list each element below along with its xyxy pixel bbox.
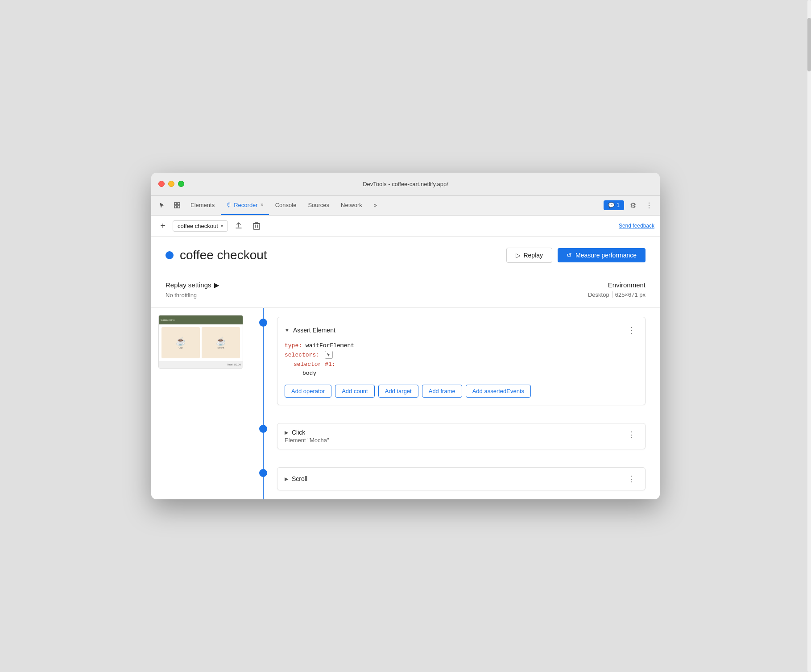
click-step-kebab-menu[interactable]: ⋮ — [625, 429, 638, 440]
title-bar: DevTools - coffee-cart.netlify.app/ — [151, 173, 660, 196]
step-code: type: waitForElement selectors: select — [285, 341, 638, 378]
replay-play-icon: ▷ — [516, 252, 521, 259]
selector-picker-icon[interactable] — [325, 351, 333, 359]
add-asserted-events-button[interactable]: Add assertedEvents — [466, 385, 531, 398]
add-count-button[interactable]: Add count — [335, 385, 375, 398]
close-button[interactable] — [158, 181, 165, 187]
send-feedback-link[interactable]: Send feedback — [619, 223, 654, 229]
export-button[interactable] — [232, 219, 246, 233]
tab-console-label: Console — [275, 202, 297, 208]
replay-settings-title: Replay settings ▶ — [166, 281, 219, 289]
measure-icon: ↺ — [567, 252, 572, 259]
replay-button[interactable]: ▷ Replay — [506, 248, 552, 263]
step-dot-scroll — [259, 469, 267, 477]
env-divider — [612, 291, 612, 298]
selector-val-line: body — [302, 369, 638, 378]
steps-timeline: ▼ Assert Element ⋮ type: waitForElement — [249, 308, 660, 499]
maximize-button[interactable] — [178, 181, 184, 187]
throttling-label: No throttling — [166, 292, 219, 299]
tab-elements[interactable]: Elements — [185, 195, 220, 215]
tabs-right-actions: 💬 1 ⚙ ⋮ — [604, 198, 656, 212]
step-title: ▼ Assert Element — [285, 327, 335, 334]
add-frame-button[interactable]: Add frame — [422, 385, 462, 398]
scroll-step: ▶ Scroll ⋮ — [249, 458, 660, 499]
environment-value: Desktop 625×671 px — [588, 291, 645, 298]
scroll-step-kebab-menu[interactable]: ⋮ — [625, 473, 638, 485]
svg-rect-3 — [178, 206, 180, 208]
comments-count: 1 — [617, 202, 620, 208]
measure-label: Measure performance — [575, 252, 637, 259]
tab-more[interactable]: » — [368, 195, 382, 215]
delete-button[interactable] — [249, 219, 264, 233]
kebab-menu-icon[interactable]: ⋮ — [642, 198, 656, 212]
scroll-step-card: ▶ Scroll ⋮ — [277, 467, 645, 490]
recording-name: coffee checkout — [180, 248, 267, 262]
step-kebab-menu[interactable]: ⋮ — [625, 324, 638, 336]
svg-rect-4 — [253, 224, 260, 229]
cursor-icon[interactable] — [155, 198, 169, 212]
steps-area: Cappuccino ☕ Cap ☕ Mocha — [151, 308, 660, 499]
tab-recorder[interactable]: 🎙 Recorder × — [221, 195, 269, 215]
close-tab-icon[interactable]: × — [261, 202, 264, 208]
assert-element-step: ▼ Assert Element ⋮ type: waitForElement — [249, 308, 660, 414]
recording-selector-dropdown[interactable]: coffee checkout ▾ — [173, 220, 228, 232]
click-step-info: ▶ Click Element "Mocha" — [285, 429, 329, 444]
click-step: ▶ Click Element "Mocha" ⋮ — [249, 414, 660, 458]
click-collapse-icon[interactable]: ▶ — [285, 430, 288, 436]
click-step-card: ▶ Click Element "Mocha" ⋮ — [277, 423, 645, 449]
minimize-button[interactable] — [168, 181, 174, 187]
tab-console[interactable]: Console — [270, 195, 302, 215]
selectors-line: selectors: — [285, 351, 638, 360]
main-content: coffee checkout ▷ Replay ↺ Measure perfo… — [151, 237, 660, 499]
step-collapse-icon[interactable]: ▼ — [285, 328, 290, 333]
settings-section: Replay settings ▶ No throttling Environm… — [151, 272, 660, 308]
coffee-cart-preview: Cappuccino ☕ Cap ☕ Mocha — [159, 315, 243, 368]
svg-rect-1 — [178, 203, 180, 205]
window-title: DevTools - coffee-cart.netlify.app/ — [363, 181, 448, 187]
tab-network[interactable]: Network — [335, 195, 368, 215]
tab-recorder-label: Recorder — [234, 202, 257, 208]
click-step-title: ▶ Click — [285, 429, 329, 436]
step-header: ▼ Assert Element ⋮ — [285, 324, 638, 336]
recording-header: coffee checkout ▷ Replay ↺ Measure perfo… — [151, 237, 660, 272]
step-action-buttons: Add operator Add count Add target Add fr… — [285, 385, 638, 398]
comments-icon: 💬 — [608, 202, 615, 208]
assert-element-step-card: ▼ Assert Element ⋮ type: waitForElement — [277, 317, 645, 405]
selector-num-line: selector #1: — [294, 360, 638, 369]
dropdown-chevron-icon: ▾ — [221, 224, 223, 228]
recording-actions: ▷ Replay ↺ Measure performance — [506, 248, 645, 263]
scroll-collapse-icon[interactable]: ▶ — [285, 476, 288, 482]
new-recording-button[interactable]: + — [157, 220, 169, 232]
devtools-window: DevTools - coffee-cart.netlify.app/ Elem… — [151, 173, 660, 499]
more-tabs-icon: » — [374, 202, 377, 208]
tab-elements-label: Elements — [190, 202, 215, 208]
comments-button[interactable]: 💬 1 — [604, 200, 624, 210]
environment-type: Desktop — [588, 291, 609, 298]
click-label: Click — [292, 429, 305, 436]
svg-rect-0 — [174, 203, 177, 205]
screenshot-panel: Cappuccino ☕ Cap ☕ Mocha — [151, 308, 249, 499]
add-target-button[interactable]: Add target — [378, 385, 418, 398]
replay-label: Replay — [523, 252, 543, 259]
scroll-label: Scroll — [292, 475, 307, 482]
traffic-lights — [158, 181, 184, 187]
assert-element-label: Assert Element — [293, 327, 335, 334]
inspect-icon[interactable] — [170, 198, 184, 212]
recording-indicator — [166, 251, 174, 259]
type-line: type: waitForElement — [285, 341, 638, 351]
tab-sources-label: Sources — [308, 202, 329, 208]
settings-expand-icon[interactable]: ▶ — [214, 281, 219, 289]
settings-icon[interactable]: ⚙ — [626, 198, 640, 212]
step-dot-assert — [259, 319, 267, 327]
tab-network-label: Network — [341, 202, 362, 208]
recording-name-label: coffee checkout — [178, 223, 218, 229]
recorder-icon: 🎙 — [226, 202, 232, 208]
settings-left: Replay settings ▶ No throttling — [166, 281, 219, 299]
scroll-step-title: ▶ Scroll — [285, 475, 307, 482]
measure-performance-button[interactable]: ↺ Measure performance — [558, 248, 645, 262]
tab-sources[interactable]: Sources — [302, 195, 335, 215]
devtools-tabs-bar: Elements 🎙 Recorder × Console Sources Ne… — [151, 196, 660, 216]
recording-title: coffee checkout — [166, 248, 267, 262]
mocha-item: ☕ Mocha — [202, 327, 240, 358]
add-operator-button[interactable]: Add operator — [285, 385, 331, 398]
